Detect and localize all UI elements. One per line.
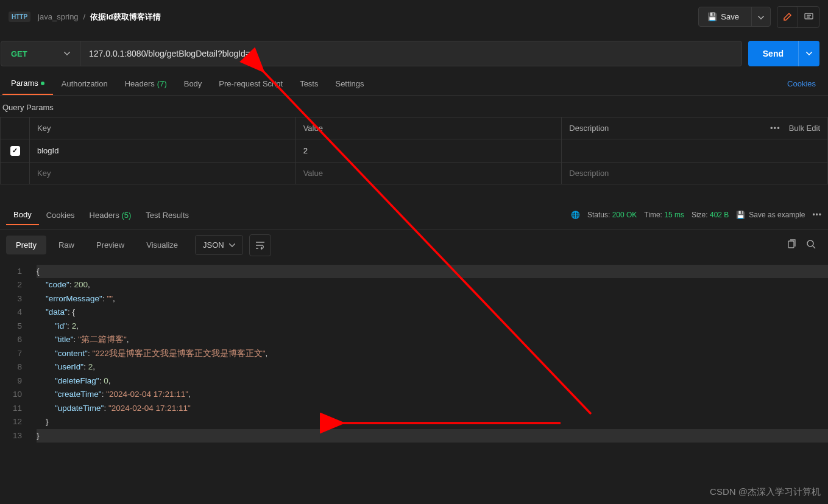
viewer-pretty[interactable]: Pretty <box>6 236 46 254</box>
chevron-down-icon <box>64 52 70 55</box>
response-tabs: Body Cookies Headers (5) Test Results 🌐 … <box>0 201 828 229</box>
url-input[interactable] <box>80 41 741 66</box>
chevron-down-icon <box>758 16 764 19</box>
tab-prerequest[interactable]: Pre-request Script <box>210 73 291 94</box>
save-example-label: Save as example <box>749 211 805 219</box>
time-block: Time: 15 ms <box>644 211 684 219</box>
bulk-edit-link[interactable]: Bulk Edit <box>789 124 820 133</box>
more-icon[interactable]: ••• <box>770 124 780 133</box>
chevron-down-icon <box>229 243 235 247</box>
globe-icon[interactable]: 🌐 <box>571 211 580 219</box>
save-icon: 💾 <box>707 12 717 21</box>
tab-params[interactable]: Params <box>2 72 53 95</box>
size-value: 402 B <box>710 211 729 219</box>
chevron-down-icon <box>806 52 812 55</box>
param-value[interactable]: 2 <box>295 139 562 163</box>
pencil-icon <box>783 12 792 21</box>
resp-tab-body[interactable]: Body <box>6 205 39 225</box>
method-value: GET <box>11 49 27 58</box>
svg-point-2 <box>807 240 813 247</box>
save-as-example-button[interactable]: 💾 Save as example <box>736 211 805 219</box>
status-block: Status: 200 OK <box>587 211 637 219</box>
header-description-label: Description <box>569 124 609 133</box>
value-input[interactable] <box>303 169 554 178</box>
save-dropdown[interactable] <box>751 7 770 26</box>
save-button[interactable]: 💾 Save <box>699 7 748 26</box>
copy-icon[interactable] <box>787 239 796 251</box>
headers-count: (7) <box>157 79 167 88</box>
header-key: Key <box>30 117 296 139</box>
table-row: ✓ blogId 2 <box>1 139 828 163</box>
method-url-bar: GET <box>1 41 742 66</box>
send-label: Send <box>763 49 784 58</box>
description-input[interactable] <box>569 169 820 178</box>
query-params-title: Query Params <box>0 96 828 117</box>
tab-headers[interactable]: Headers (7) <box>116 73 175 94</box>
wrap-toggle[interactable] <box>249 234 271 256</box>
comment-icon <box>804 12 813 21</box>
breadcrumb: java_spring / 依据Id获取博客详情 <box>38 12 161 23</box>
param-key[interactable]: blogId <box>30 139 296 163</box>
format-value: JSON <box>203 240 224 250</box>
time-label: Time: <box>644 211 662 219</box>
tab-authorization[interactable]: Authorization <box>53 73 116 94</box>
line-gutter: 12345678910111213 <box>0 261 28 447</box>
wrap-icon <box>255 241 265 250</box>
tab-label: Params <box>11 79 38 88</box>
search-icon[interactable] <box>806 239 816 251</box>
breadcrumb-sep: / <box>83 12 86 21</box>
breadcrumb-request: 依据Id获取博客详情 <box>90 12 161 23</box>
status-label: Status: <box>587 211 610 219</box>
breadcrumb-collection[interactable]: java_spring <box>38 12 79 21</box>
active-dot-icon <box>41 82 44 85</box>
viewer-raw[interactable]: Raw <box>49 236 84 254</box>
tab-tests[interactable]: Tests <box>291 73 327 94</box>
request-tabs: Params Authorization Headers (7) Body Pr… <box>0 72 828 96</box>
cookies-link[interactable]: Cookies <box>777 73 826 94</box>
save-button-group: 💾 Save <box>698 7 771 27</box>
key-input[interactable] <box>37 169 288 178</box>
tab-label: Headers <box>90 211 119 220</box>
method-select[interactable]: GET <box>1 41 80 66</box>
svg-rect-0 <box>805 13 813 19</box>
table-row-empty <box>1 162 828 184</box>
status-value: 200 OK <box>612 211 637 219</box>
more-icon[interactable]: ••• <box>812 211 822 219</box>
response-code[interactable]: 12345678910111213 { "code": 200, "errorM… <box>0 261 828 447</box>
format-select[interactable]: JSON <box>195 235 243 255</box>
resp-tab-cookies[interactable]: Cookies <box>39 206 82 225</box>
tab-body[interactable]: Body <box>175 73 211 94</box>
save-label: Save <box>721 12 739 21</box>
tab-settings[interactable]: Settings <box>327 73 372 94</box>
headers-count: (5) <box>121 211 131 220</box>
svg-rect-1 <box>788 241 794 248</box>
header-description: Description ••• Bulk Edit <box>562 117 828 139</box>
size-label: Size: <box>692 211 708 219</box>
header-value: Value <box>295 117 562 139</box>
header-checkbox-cell <box>1 117 30 139</box>
resp-tab-headers[interactable]: Headers (5) <box>82 206 139 225</box>
viewer-visualize[interactable]: Visualize <box>136 236 188 254</box>
viewer-preview[interactable]: Preview <box>87 236 134 254</box>
time-value: 15 ms <box>664 211 684 219</box>
save-icon: 💾 <box>736 211 745 219</box>
row-checkbox[interactable]: ✓ <box>10 146 20 156</box>
http-icon: HTTP <box>9 12 30 22</box>
size-block: Size: 402 B <box>692 211 729 219</box>
edit-button[interactable] <box>777 7 798 27</box>
send-button[interactable]: Send <box>748 41 798 66</box>
params-table: Key Value Description ••• Bulk Edit ✓ bl… <box>0 117 828 184</box>
send-button-group: Send <box>748 41 819 66</box>
tab-label: Headers <box>125 79 155 88</box>
code-body[interactable]: { "code": 200, "errorMessage": "", "data… <box>28 261 828 447</box>
resp-tab-tests[interactable]: Test Results <box>138 206 196 225</box>
watermark: CSDN @杰深入学习计算机 <box>710 486 821 498</box>
param-description[interactable] <box>562 139 828 163</box>
send-dropdown[interactable] <box>798 41 819 66</box>
comment-button[interactable] <box>798 7 819 27</box>
